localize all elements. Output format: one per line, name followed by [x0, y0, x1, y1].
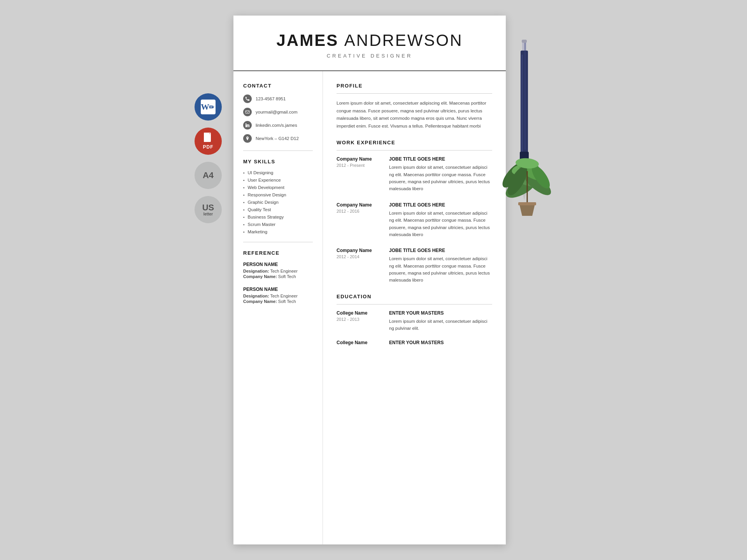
work-left-2: Company Name 2012 - 2016 — [337, 202, 383, 238]
work-company-1: Company Name — [337, 156, 383, 162]
svg-text:W: W — [210, 106, 212, 108]
svg-rect-7 — [204, 133, 209, 142]
profile-title: PROFILE — [337, 83, 492, 89]
svg-rect-9 — [245, 124, 247, 127]
contact-phone: 123-4567 8951 — [243, 94, 313, 103]
reference-item-2: PERSON NAME Designation: Tech Engineer C… — [243, 287, 313, 304]
edu-entry-2: College Name ENTER YOUR MASTERS — [337, 340, 492, 347]
resume-name: JAMES ANDREWSON — [249, 31, 490, 50]
location-text: NewYork – G142 D12 — [256, 136, 299, 141]
contact-section-title: CONTACT — [243, 83, 313, 89]
edu-college-1: College Name — [337, 310, 383, 316]
education-title: EDUCATION — [337, 294, 492, 299]
education-divider — [337, 304, 492, 304]
work-title-2: JOBE TITLE GOES HERE — [389, 202, 492, 208]
skills-section-title: MY SKILLS — [243, 159, 313, 164]
edu-left-2: College Name — [337, 340, 383, 347]
svg-rect-30 — [518, 202, 536, 205]
ref2-company: Company Name: Soft Tech — [243, 299, 313, 304]
skill-item: Scrum Master — [243, 222, 313, 227]
work-right-1: JOBE TITLE GOES HERE Lorem ipsum dolor s… — [389, 156, 492, 192]
work-company-2: Company Name — [337, 202, 383, 208]
reference-section-title: REFERENCE — [243, 250, 313, 256]
work-desc-3: Lorem ipsum dolor sit amet, consectetuer… — [389, 255, 492, 284]
edu-entry-1: College Name 2012 - 2013 ENTER YOUR MAST… — [337, 310, 492, 332]
resume-header: JAMES ANDREWSON CREATIVE DESIGNER — [233, 16, 506, 71]
plant-container — [498, 132, 560, 219]
edu-degree-1: ENTER YOUR MASTERS — [389, 310, 492, 316]
work-title-3: JOBE TITLE GOES HERE — [389, 248, 492, 253]
contact-email: yourmail@gmail.com — [243, 108, 313, 116]
work-right-2: JOBE TITLE GOES HERE Lorem ipsum dolor s… — [389, 202, 492, 238]
work-divider — [337, 150, 492, 150]
resume-title: CREATIVE DESIGNER — [249, 53, 490, 59]
edu-right-1: ENTER YOUR MASTERS Lorem ipsum dolor sit… — [389, 310, 492, 332]
word-badge[interactable]: W W — [195, 93, 222, 121]
work-left-3: Company Name 2012 - 2014 — [337, 248, 383, 284]
edu-right-2: ENTER YOUR MASTERS — [389, 340, 492, 347]
work-entry-3: Company Name 2012 - 2014 JOBE TITLE GOES… — [337, 248, 492, 284]
skill-item: UI Designing — [243, 170, 313, 175]
edu-period-1: 2012 - 2013 — [337, 317, 383, 322]
word-doc-icon: W W — [209, 102, 216, 112]
svg-rect-8 — [245, 111, 249, 114]
resume-document: JAMES ANDREWSON CREATIVE DESIGNER CONTAC… — [233, 16, 506, 544]
work-period-3: 2012 - 2014 — [337, 254, 383, 259]
pdf-badge[interactable]: PDF — [195, 128, 222, 155]
email-icon — [243, 108, 252, 116]
resume-body: CONTACT 123-4567 8951 yourmail@gmail.com — [233, 71, 506, 544]
contact-divider — [243, 150, 313, 151]
work-left-1: Company Name 2012 - Present — [337, 156, 383, 192]
work-company-3: Company Name — [337, 248, 383, 253]
location-icon — [243, 134, 252, 143]
phone-text: 123-4567 8951 — [256, 96, 286, 101]
svg-point-10 — [245, 123, 247, 124]
email-text: yourmail@gmail.com — [256, 110, 298, 114]
pdf-icon: PDF — [202, 133, 214, 150]
linkedin-icon — [243, 121, 252, 130]
first-name: JAMES — [276, 31, 338, 49]
work-title-1: JOBE TITLE GOES HERE — [389, 156, 492, 162]
phone-icon — [243, 94, 252, 103]
right-column: PROFILE Lorem ipsum dolor sit amet, cons… — [323, 71, 506, 544]
ref2-designation: Designation: Tech Engineer — [243, 294, 313, 298]
skill-item: User Experience — [243, 178, 313, 182]
work-entry-1: Company Name 2012 - Present JOBE TITLE G… — [337, 156, 492, 192]
reference-item-1: PERSON NAME Designation: Tech Engineer C… — [243, 262, 313, 279]
svg-marker-29 — [519, 204, 535, 216]
plant-illustration — [498, 132, 560, 218]
skill-item: Marketing — [243, 229, 313, 234]
skill-item: Business Strategy — [243, 215, 313, 219]
work-desc-1: Lorem ipsum dolor sit amet, consectetuer… — [389, 164, 492, 192]
work-desc-2: Lorem ipsum dolor sit amet, consectetuer… — [389, 210, 492, 238]
icon-sidebar: W W PDF A4 US letter — [195, 93, 222, 223]
ref1-company: Company Name: Soft Tech — [243, 274, 313, 279]
profile-divider — [337, 93, 492, 94]
skill-item: Responsive Design — [243, 192, 313, 197]
a4-label: A4 — [203, 170, 214, 180]
skill-item: Quality Test — [243, 207, 313, 212]
contact-linkedin: linkedin.com/s.james — [243, 121, 313, 130]
edu-left-1: College Name 2012 - 2013 — [337, 310, 383, 332]
contact-location: NewYork – G142 D12 — [243, 134, 313, 143]
edu-degree-2: ENTER YOUR MASTERS — [389, 340, 492, 345]
work-period-2: 2012 - 2016 — [337, 209, 383, 214]
svg-rect-17 — [522, 40, 527, 43]
work-right-3: JOBE TITLE GOES HERE Lorem ipsum dolor s… — [389, 248, 492, 284]
pdf-label: PDF — [203, 144, 214, 150]
last-name: ANDREWSON — [344, 31, 463, 49]
left-column: CONTACT 123-4567 8951 yourmail@gmail.com — [233, 71, 323, 544]
us-badge[interactable]: US letter — [195, 196, 222, 223]
profile-text: Lorem ipsum dolor sit amet, consectetuer… — [337, 100, 492, 130]
linkedin-text: linkedin.com/s.james — [256, 123, 297, 128]
profile-section: PROFILE Lorem ipsum dolor sit amet, cons… — [337, 83, 492, 130]
ref1-designation: Designation: Tech Engineer — [243, 269, 313, 273]
skills-list: UI Designing User Experience Web Develop… — [243, 170, 313, 234]
skills-divider — [243, 242, 313, 242]
word-icon: W W — [201, 100, 216, 114]
pdf-doc-icon — [202, 133, 214, 144]
right-sidebar — [506, 16, 552, 204]
a4-badge[interactable]: A4 — [195, 162, 222, 189]
skill-item: Graphic Design — [243, 200, 313, 205]
edu-desc-1: Lorem ipsum dolor sit amet, consectetuer… — [389, 318, 492, 332]
